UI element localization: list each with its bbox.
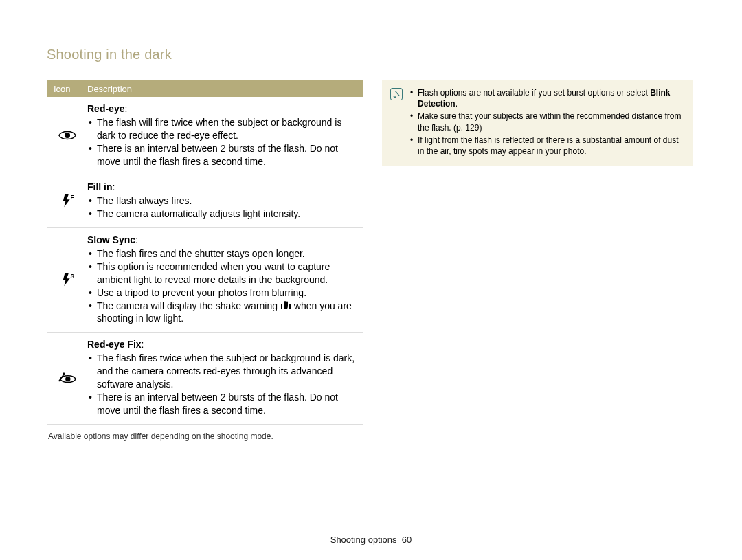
list-item: There is an interval between 2 bursts of…	[87, 142, 361, 168]
row-name: Slow Sync	[87, 234, 135, 245]
list-item: The flash always fires.	[87, 194, 361, 208]
list-item: Flash options are not available if you s…	[409, 87, 684, 109]
list-item: There is an interval between 2 bursts of…	[87, 391, 361, 417]
fill-in-icon: F	[47, 181, 85, 221]
table-row: F Fill in: The flash always fires. The c…	[47, 175, 363, 228]
list-item: This option is recommended when you want…	[87, 260, 361, 287]
list-item: Make sure that your subjects are within …	[409, 111, 684, 133]
svg-text:S: S	[70, 273, 74, 280]
page-footer: Shooting options 60	[0, 535, 742, 545]
table-row: S Slow Sync: The flash fires and the shu…	[47, 228, 363, 333]
table-header-icon: Icon	[47, 84, 85, 94]
slow-sync-icon: S	[47, 234, 85, 325]
note-box: Flash options are not available if you s…	[382, 80, 693, 166]
table-row: Red-eye Fix: The flash fires twice when …	[47, 333, 363, 424]
list-item: The flash will fire twice when the subje…	[87, 116, 361, 142]
svg-rect-4	[289, 304, 291, 309]
red-eye-fix-icon	[47, 338, 85, 416]
svg-point-6	[394, 96, 394, 97]
footer-section: Shooting options	[330, 535, 397, 545]
list-item: The camera automatically adjusts light i…	[87, 208, 361, 221]
footnote: Available options may differ depending o…	[48, 432, 363, 441]
list-item: The flash fires and the shutter stays op…	[87, 247, 361, 260]
list-item: Use a tripod to prevent your photos from…	[87, 287, 361, 300]
svg-text:F: F	[70, 194, 74, 201]
shake-warning-icon	[280, 300, 291, 311]
footer-page-number: 60	[402, 535, 412, 545]
row-name: Fill in	[87, 181, 113, 192]
table-header-desc: Description	[85, 84, 132, 94]
list-item: The camera will display the shake warnin…	[87, 300, 361, 326]
svg-point-5	[65, 376, 70, 381]
svg-rect-3	[281, 304, 282, 309]
list-item: The flash fires twice when the subject o…	[87, 352, 361, 391]
table-header: Icon Description	[47, 80, 363, 97]
svg-point-0	[64, 133, 69, 138]
page-title: Shooting in the dark	[47, 47, 701, 63]
table-row: Red-eye: The flash will fire twice when …	[47, 97, 363, 175]
row-name: Red-eye Fix	[87, 339, 142, 350]
red-eye-icon	[47, 102, 85, 168]
row-name: Red-eye	[87, 103, 124, 114]
note-icon	[390, 88, 403, 100]
list-item: If light from the flash is reflected or …	[409, 135, 684, 157]
